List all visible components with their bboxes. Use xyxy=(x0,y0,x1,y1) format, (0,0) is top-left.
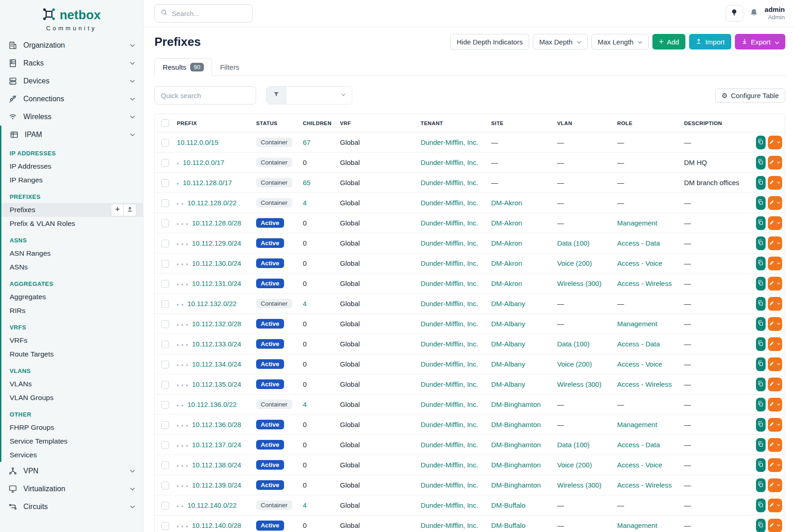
row-checkbox[interactable] xyxy=(161,179,169,187)
edit-button[interactable] xyxy=(768,317,782,331)
prefix-link[interactable]: 10.112.140.0/22 xyxy=(187,501,236,509)
column-header-status[interactable]: STATUS xyxy=(252,114,299,132)
tenant-link[interactable]: Dunder-Mifflin, Inc. xyxy=(421,179,478,186)
prefix-link[interactable]: 10.112.133.0/24 xyxy=(192,340,241,348)
row-checkbox[interactable] xyxy=(161,401,169,409)
vlan-link[interactable]: Data (100) xyxy=(557,340,590,348)
column-header-children[interactable]: CHILDREN xyxy=(299,114,336,132)
role-link[interactable]: Management xyxy=(617,320,657,328)
column-header-description[interactable]: DESCRIPTION xyxy=(680,114,752,132)
max-depth-button[interactable]: Max Depth xyxy=(533,34,588,49)
sidebar-item-prefix-vlan-roles[interactable]: Prefix & VLAN Roles xyxy=(1,217,143,230)
tenant-link[interactable]: Dunder-Mifflin, Inc. xyxy=(421,501,478,509)
clone-button[interactable] xyxy=(756,236,766,250)
row-checkbox[interactable] xyxy=(161,381,169,389)
row-checkbox[interactable] xyxy=(161,219,169,227)
tenant-link[interactable]: Dunder-Mifflin, Inc. xyxy=(421,300,478,307)
site-link[interactable]: DM-Buffalo xyxy=(491,521,526,529)
role-link[interactable]: Access - Voice xyxy=(617,360,662,368)
sidebar-item-ip-addresses[interactable]: IP Addresses xyxy=(1,159,143,173)
brand[interactable]: netbox Community xyxy=(0,0,143,36)
notifications-button[interactable] xyxy=(750,8,758,19)
column-header-site[interactable]: SITE xyxy=(487,114,553,132)
prefix-link[interactable]: 10.112.138.0/24 xyxy=(192,461,241,469)
edit-button[interactable] xyxy=(768,156,782,170)
edit-button[interactable] xyxy=(768,519,782,532)
tab-results[interactable]: Results 90 xyxy=(154,58,212,76)
edit-button[interactable] xyxy=(768,478,782,492)
role-link[interactable]: Access - Wireless xyxy=(617,380,672,388)
sidebar-item-virtualization[interactable]: Virtualization xyxy=(0,480,143,498)
column-header-vlan[interactable]: VLAN xyxy=(553,114,613,132)
row-checkbox[interactable] xyxy=(161,482,169,489)
site-link[interactable]: DM-Binghamton xyxy=(491,441,541,449)
children-link[interactable]: 4 xyxy=(303,199,307,207)
site-link[interactable]: DM-Akron xyxy=(491,199,522,207)
vlan-link[interactable]: Voice (200) xyxy=(557,360,592,368)
row-checkbox[interactable] xyxy=(161,240,169,247)
sidebar-item-organization[interactable]: Organization xyxy=(0,36,143,54)
vlan-link[interactable]: Data (100) xyxy=(557,441,590,449)
clone-button[interactable] xyxy=(756,478,766,492)
tenant-link[interactable]: Dunder-Mifflin, Inc. xyxy=(421,481,478,489)
role-link[interactable]: Management xyxy=(617,521,657,529)
role-link[interactable]: Access - Voice xyxy=(617,259,662,267)
vlan-link[interactable]: Wireless (300) xyxy=(557,481,602,489)
clone-button[interactable] xyxy=(756,297,766,311)
row-checkbox[interactable] xyxy=(161,139,169,147)
sidebar-item-fhrp-groups[interactable]: FHRP Groups xyxy=(1,421,143,434)
sidebar-item-devices[interactable]: Devices xyxy=(0,72,143,90)
clone-button[interactable] xyxy=(756,277,766,291)
site-link[interactable]: DM-Binghamton xyxy=(491,481,541,489)
vlan-link[interactable]: Wireless (300) xyxy=(557,280,602,287)
sidebar-item-ip-ranges[interactable]: IP Ranges xyxy=(1,173,143,187)
role-link[interactable]: Access - Data xyxy=(617,239,660,247)
role-link[interactable]: Access - Wireless xyxy=(617,481,672,489)
prefix-link[interactable]: 10.112.137.0/24 xyxy=(192,441,241,449)
tenant-link[interactable]: Dunder-Mifflin, Inc. xyxy=(421,380,478,388)
tenant-link[interactable]: Dunder-Mifflin, Inc. xyxy=(421,280,478,287)
select-all-checkbox[interactable] xyxy=(161,119,169,127)
edit-button[interactable] xyxy=(768,176,782,190)
tenant-link[interactable]: Dunder-Mifflin, Inc. xyxy=(421,138,478,146)
row-checkbox[interactable] xyxy=(161,300,169,308)
clone-button[interactable] xyxy=(756,458,766,472)
tenant-link[interactable]: Dunder-Mifflin, Inc. xyxy=(421,259,478,267)
edit-button[interactable] xyxy=(768,277,782,291)
global-search[interactable] xyxy=(154,4,252,22)
clone-button[interactable] xyxy=(756,257,766,270)
clone-button[interactable] xyxy=(756,357,766,371)
sidebar-item-route-targets[interactable]: Route Targets xyxy=(1,347,143,361)
row-checkbox[interactable] xyxy=(161,159,169,167)
sidebar-item-vrfs[interactable]: VRFs xyxy=(1,334,143,347)
vlan-link[interactable]: Data (100) xyxy=(557,239,590,247)
search-input[interactable] xyxy=(172,10,246,17)
site-link[interactable]: DM-Akron xyxy=(491,280,522,287)
clone-button[interactable] xyxy=(756,156,766,170)
prefix-link[interactable]: 10.112.129.0/24 xyxy=(192,239,241,247)
prefix-link[interactable]: 10.112.132.0/22 xyxy=(187,300,236,307)
theme-toggle-button[interactable] xyxy=(726,5,743,22)
import-button[interactable]: Import xyxy=(689,34,731,49)
edit-button[interactable] xyxy=(768,337,782,351)
column-header-prefix[interactable]: PREFIX xyxy=(173,114,252,132)
sidebar-item-vpn[interactable]: VPN xyxy=(0,462,143,480)
row-checkbox[interactable] xyxy=(161,280,169,288)
edit-button[interactable] xyxy=(768,357,782,371)
sidebar-item-vlan-groups[interactable]: VLAN Groups xyxy=(1,391,143,405)
prefix-link[interactable]: 10.112.131.0/24 xyxy=(192,280,241,287)
site-link[interactable]: DM-Albany xyxy=(491,340,525,348)
clone-button[interactable] xyxy=(756,176,766,190)
tab-filters[interactable]: Filters xyxy=(212,59,247,76)
edit-button[interactable] xyxy=(768,236,782,250)
tenant-link[interactable]: Dunder-Mifflin, Inc. xyxy=(421,461,478,469)
site-link[interactable]: DM-Albany xyxy=(491,320,525,328)
tenant-link[interactable]: Dunder-Mifflin, Inc. xyxy=(421,320,478,328)
sidebar-item-prefixes[interactable]: Prefixes xyxy=(1,203,143,217)
edit-button[interactable] xyxy=(768,418,782,432)
tenant-link[interactable]: Dunder-Mifflin, Inc. xyxy=(421,219,478,227)
sidebar-item-services[interactable]: Services xyxy=(1,448,143,462)
clone-button[interactable] xyxy=(756,317,766,331)
site-link[interactable]: DM-Buffalo xyxy=(491,501,526,509)
tenant-link[interactable]: Dunder-Mifflin, Inc. xyxy=(421,441,478,449)
